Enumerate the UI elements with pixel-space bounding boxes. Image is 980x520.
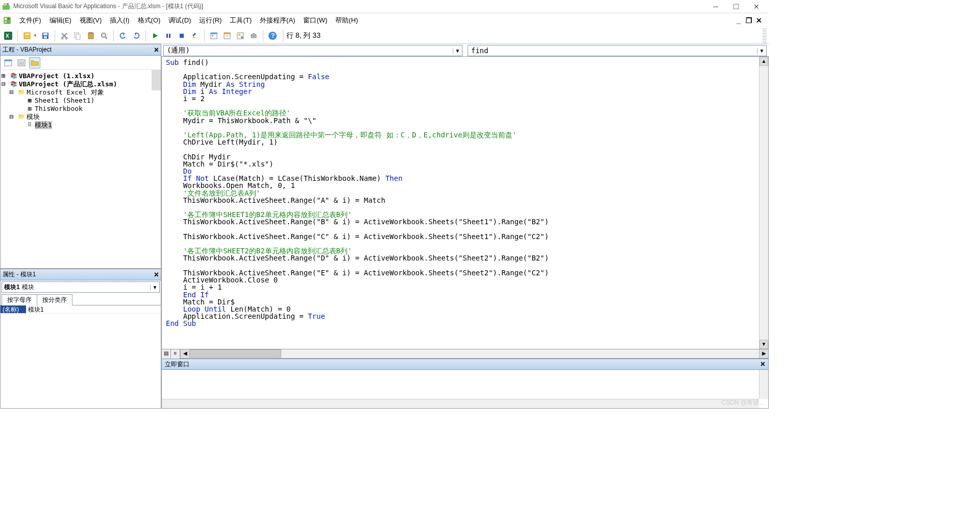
menu-addins[interactable]: 外接程序(A) bbox=[256, 15, 299, 26]
menu-help[interactable]: 帮助(H) bbox=[331, 15, 362, 26]
menu-file[interactable]: 文件(F) bbox=[15, 15, 45, 26]
scroll-up-button[interactable]: ▲ bbox=[760, 57, 768, 66]
menu-edit[interactable]: 编辑(E) bbox=[45, 15, 76, 26]
tree-folder-node[interactable]: ⊟ 📁Microsoft Excel 对象 bbox=[2, 88, 160, 97]
object-browser-button[interactable] bbox=[234, 30, 247, 42]
project-explorer-button[interactable] bbox=[208, 30, 220, 42]
scroll-left-button[interactable]: ◀ bbox=[180, 349, 189, 358]
scroll-right-button[interactable]: ▶ bbox=[759, 349, 768, 358]
property-value[interactable]: 模块1 bbox=[26, 305, 161, 313]
svg-rect-1 bbox=[4, 3, 6, 6]
menu-bar: 文件(F) 编辑(E) 视图(V) 插入(I) 格式(O) 调试(D) 运行(R… bbox=[0, 13, 769, 28]
module-icon: ⠿ bbox=[26, 122, 34, 129]
immediate-window[interactable]: CSDN @希望… bbox=[161, 370, 769, 409]
view-code-button[interactable] bbox=[3, 57, 14, 68]
paste-button[interactable] bbox=[85, 30, 97, 42]
svg-rect-0 bbox=[3, 5, 10, 10]
excel-doc-icon bbox=[2, 15, 12, 26]
project-tree[interactable]: ⊞ 📚VBAProject (1.xlsx) ⊟ 📚VBAProject (产品… bbox=[1, 70, 161, 268]
break-button[interactable] bbox=[162, 30, 175, 42]
project-explorer-panel: 工程 - VBAProject × ⊞ 📚VBAProject (1.xlsx)… bbox=[0, 44, 161, 269]
toggle-folders-button[interactable] bbox=[29, 57, 40, 68]
vba-project-icon: 📚 bbox=[10, 81, 18, 88]
svg-rect-14 bbox=[44, 36, 47, 38]
object-combo[interactable]: (通用) ▼ bbox=[163, 45, 462, 56]
svg-rect-23 bbox=[166, 34, 168, 38]
code-vertical-scrollbar[interactable]: ▲ ▼ bbox=[759, 57, 768, 349]
svg-rect-2 bbox=[7, 3, 9, 6]
tab-categorized[interactable]: 按分类序 bbox=[37, 294, 72, 305]
properties-panel-close-button[interactable]: × bbox=[154, 270, 159, 279]
menu-insert[interactable]: 插入(I) bbox=[106, 15, 133, 26]
procedure-view-button[interactable]: ▤ bbox=[162, 349, 171, 359]
find-button[interactable] bbox=[98, 30, 110, 42]
svg-rect-13 bbox=[43, 33, 47, 35]
insert-dropdown[interactable]: ▼ bbox=[33, 33, 37, 38]
scroll-thumb[interactable] bbox=[189, 349, 281, 358]
svg-rect-40 bbox=[5, 60, 12, 61]
tree-project-node[interactable]: ⊞ 📚VBAProject (1.xlsx) bbox=[2, 72, 160, 80]
insert-module-button[interactable] bbox=[21, 30, 33, 42]
project-panel-close-button[interactable]: × bbox=[154, 45, 159, 55]
window-maximize-button[interactable]: ☐ bbox=[726, 1, 746, 13]
toolbox-button[interactable] bbox=[248, 30, 260, 42]
undo-button[interactable] bbox=[117, 30, 129, 42]
mdi-restore-button[interactable]: ❐ bbox=[745, 17, 752, 24]
window-minimize-button[interactable]: ─ bbox=[705, 1, 726, 13]
menu-window[interactable]: 窗口(W) bbox=[299, 15, 331, 26]
redo-button[interactable] bbox=[130, 30, 142, 42]
svg-text:?: ? bbox=[271, 32, 275, 39]
tree-workbook-node[interactable]: ▥ThisWorkbook bbox=[2, 105, 160, 113]
vba-project-icon: 📚 bbox=[10, 73, 18, 80]
tree-sheet-node[interactable]: ▦Sheet1 (Sheet1) bbox=[2, 97, 160, 105]
properties-panel: 属性 - 模块1 × 模块1 模块 ▼ 按字母序 按分类序 (名称) 模块1 bbox=[0, 269, 161, 409]
tree-scrollbar[interactable] bbox=[152, 70, 161, 90]
folder-icon: 📁 bbox=[17, 89, 26, 96]
window-titlebar: Microsoft Visual Basic for Applications … bbox=[0, 0, 769, 13]
menu-view[interactable]: 视图(V) bbox=[76, 15, 106, 26]
tree-module-node[interactable]: ⠿模块1 bbox=[2, 121, 160, 129]
mdi-close-button[interactable]: ✕ bbox=[755, 17, 763, 24]
toolbar-separator bbox=[17, 30, 18, 41]
immediate-vertical-scrollbar[interactable] bbox=[759, 370, 768, 399]
toolbar-separator bbox=[204, 30, 205, 41]
svg-rect-7 bbox=[8, 21, 10, 23]
toolbar-separator bbox=[145, 30, 146, 41]
immediate-window-close-button[interactable]: × bbox=[761, 360, 765, 369]
main-toolbar: X ▼ ? 行 8, 列 33 bbox=[0, 28, 769, 44]
tab-alphabetic[interactable]: 按字母序 bbox=[2, 294, 37, 305]
code-horizontal-scrollbar[interactable] bbox=[189, 349, 759, 358]
properties-window-button[interactable] bbox=[221, 30, 233, 42]
save-button[interactable] bbox=[39, 30, 52, 42]
properties-grid[interactable]: (名称) 模块1 bbox=[1, 305, 161, 408]
worksheet-icon: ▦ bbox=[26, 97, 34, 104]
tree-project-node[interactable]: ⊟ 📚VBAProject (产品汇总.xlsm) bbox=[2, 80, 160, 88]
run-button[interactable] bbox=[149, 30, 161, 42]
scroll-down-button[interactable]: ▼ bbox=[760, 340, 768, 349]
view-object-button[interactable] bbox=[16, 57, 27, 68]
menu-tools[interactable]: 工具(T) bbox=[226, 15, 256, 26]
mdi-minimize-button[interactable]: _ bbox=[735, 17, 742, 24]
menu-run[interactable]: 运行(R) bbox=[195, 15, 226, 26]
tree-folder-node[interactable]: ⊟ 📁模块 bbox=[2, 113, 160, 121]
cut-button[interactable] bbox=[58, 30, 70, 42]
immediate-horizontal-scrollbar[interactable] bbox=[162, 399, 759, 408]
chevron-down-icon: ▼ bbox=[453, 48, 462, 54]
properties-object-combo[interactable]: 模块1 模块 ▼ bbox=[2, 281, 160, 293]
procedure-combo[interactable]: find ▼ bbox=[468, 45, 767, 56]
svg-rect-6 bbox=[5, 21, 7, 23]
full-module-view-button[interactable]: ≡ bbox=[171, 349, 180, 359]
design-mode-button[interactable] bbox=[189, 30, 201, 42]
reset-button[interactable] bbox=[176, 30, 188, 42]
copy-button[interactable] bbox=[71, 30, 84, 42]
svg-rect-28 bbox=[211, 33, 217, 34]
window-close-button[interactable]: ✕ bbox=[746, 1, 767, 13]
view-excel-button[interactable]: X bbox=[2, 30, 14, 42]
property-row[interactable]: (名称) 模块1 bbox=[1, 305, 161, 314]
help-button[interactable]: ? bbox=[266, 30, 279, 42]
svg-rect-31 bbox=[224, 33, 230, 34]
watermark-text: CSDN @希望… bbox=[721, 398, 765, 407]
menu-format[interactable]: 格式(O) bbox=[134, 15, 165, 26]
menu-debug[interactable]: 调试(D) bbox=[164, 15, 195, 26]
code-editor[interactable]: Sub find() Application.ScreenUpdating = … bbox=[162, 57, 759, 349]
